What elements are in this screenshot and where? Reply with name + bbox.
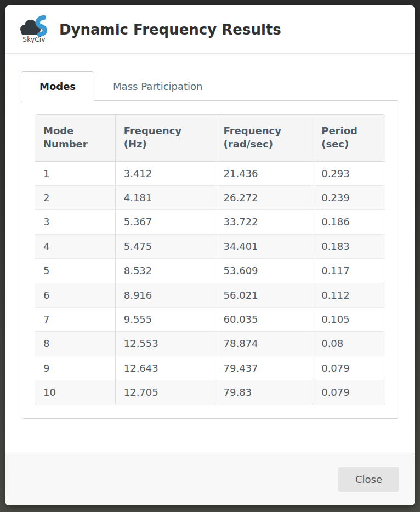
table-row: 7 9.555 60.035 0.105 <box>35 307 385 331</box>
skyciv-cloud-icon <box>18 15 50 37</box>
table-row: 9 12.643 79.437 0.079 <box>35 356 385 380</box>
dialog-footer: Close <box>5 453 415 505</box>
tab-modes[interactable]: Modes <box>21 71 94 101</box>
table-row: 2 4.181 26.272 0.239 <box>35 185 385 209</box>
table-header-row: Mode Number Frequency (Hz) Frequency (ra… <box>35 115 385 162</box>
results-table-container: Mode Number Frequency (Hz) Frequency (ra… <box>35 114 385 405</box>
dynamic-frequency-results-dialog: SkyCiv Dynamic Frequency Results Modes M… <box>5 5 415 505</box>
tab-bar: Modes Mass Participation <box>21 71 399 101</box>
column-header-frequency-rad-sec: Frequency (rad/sec) <box>215 115 314 162</box>
table-row: 3 5.367 33.722 0.186 <box>35 209 385 234</box>
skyciv-logo: SkyCiv <box>16 15 52 43</box>
column-header-period-sec: Period (sec) <box>313 115 385 162</box>
page-backdrop: SkyCiv Dynamic Frequency Results Modes M… <box>0 0 420 512</box>
dialog-header: SkyCiv Dynamic Frequency Results <box>5 5 415 54</box>
modes-results-table: Mode Number Frequency (Hz) Frequency (ra… <box>35 115 385 405</box>
dialog-body: Modes Mass Participation Mode Number <box>5 54 415 453</box>
close-button[interactable]: Close <box>338 467 399 492</box>
modes-tab-panel: Mode Number Frequency (Hz) Frequency (ra… <box>21 100 399 419</box>
column-header-mode-number: Mode Number <box>35 115 116 162</box>
table-row: 6 8.916 56.021 0.112 <box>35 283 385 307</box>
tab-mass-participation[interactable]: Mass Participation <box>94 71 221 101</box>
table-row: 8 12.553 78.874 0.08 <box>35 331 385 355</box>
table-row: 5 8.532 53.609 0.117 <box>35 258 385 282</box>
skyciv-brand-text: SkyCiv <box>22 36 45 43</box>
table-row: 1 3.412 21.436 0.293 <box>35 162 385 185</box>
dialog-title: Dynamic Frequency Results <box>59 21 281 38</box>
table-row: 10 12.705 79.83 0.079 <box>35 380 385 404</box>
table-row: 4 5.475 34.401 0.183 <box>35 234 385 258</box>
column-header-frequency-hz: Frequency (Hz) <box>116 115 215 162</box>
